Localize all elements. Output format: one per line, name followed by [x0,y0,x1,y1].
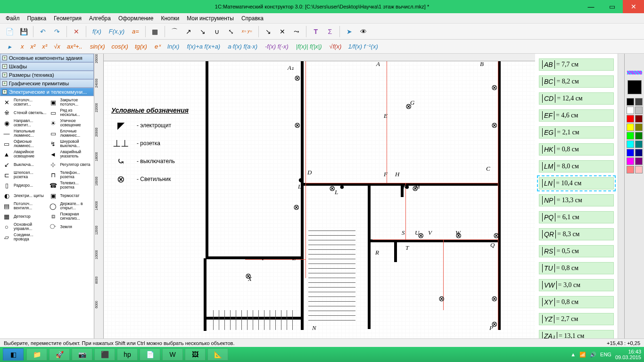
taskbar-app[interactable]: 📄 [140,348,160,361]
taskbar-app[interactable]: 📷 [72,348,92,361]
color-swatch[interactable] [627,157,634,165]
color-swatch[interactable] [627,123,634,131]
color-swatch[interactable] [635,98,643,106]
tool-item[interactable]: ▦Детектор [1,212,47,221]
color-swatch[interactable] [627,98,634,106]
color-swatch[interactable] [635,149,643,156]
tool-item[interactable]: ▭Ряд из нескольк... [48,108,93,117]
cat-dimensions[interactable]: +Размеры (техника) [0,71,94,79]
parab-button[interactable]: ∪ [210,25,223,38]
f-neg[interactable]: -f(x) f(-x) [262,42,291,51]
taskbar-app[interactable]: ⬛ [94,348,115,361]
tool-item[interactable]: ☎Телевиз... розетка [48,181,93,189]
f-ax3[interactable]: ax³+.. [64,42,85,51]
tool-item[interactable]: —Напольные люминес... [1,129,47,138]
color-swatch[interactable] [627,115,634,123]
cat-building[interactable]: +Основные компоненты здания [0,54,94,62]
color-swatch[interactable] [635,115,643,123]
tray-icon[interactable]: 🔊 [590,352,596,358]
measurement[interactable]: CD = 12,4 см [539,92,614,105]
tool-item[interactable]: ☀Уличное освещение [48,119,93,127]
a-eq-button[interactable]: a= [129,25,142,38]
taskbar-app[interactable]: 📐 [207,348,228,361]
menu-file[interactable]: Файл [2,14,24,23]
tool-item[interactable]: ○Основной управля... [1,222,47,231]
tool-item[interactable]: ◄Аварийный указатель [48,150,93,158]
tool-item[interactable] [48,233,93,241]
color-swatch[interactable] [635,140,643,148]
tool-item[interactable]: ↙Выключа... [1,160,47,169]
f-cos[interactable]: cos(x) [108,42,131,51]
tool-item[interactable]: ⊓Телефон... розетка [48,171,93,179]
undo-button[interactable]: ↶ [36,25,50,38]
measurement[interactable]: LM = 8,0 см [539,160,614,173]
clock[interactable]: 16:43 09.03.2015 [615,349,641,360]
menu-geometry[interactable]: Геометрия [50,14,85,23]
f-ex[interactable]: eˣ [152,42,164,51]
tool-item[interactable]: ▱Соедини... провода [1,233,47,241]
tool-item[interactable]: ◉Направл... осветит... [1,119,47,127]
curve3-button[interactable]: ↘ [196,25,209,38]
f-plus[interactable]: f(x)+a f(x+a) [184,42,223,51]
eye-button[interactable]: 👁 [357,25,370,38]
curve1-button[interactable]: ⌒ [168,25,181,38]
tool-item[interactable]: ⊏Штепсел... розетка [1,171,47,179]
measurement[interactable]: BC = 8,2 см [539,75,614,88]
current-color[interactable] [627,80,642,94]
axes-button[interactable]: ⤡ [224,25,238,38]
color-swatch[interactable] [627,107,634,114]
grid-button[interactable]: ▦ [149,25,162,38]
start-button[interactable]: ◧ [3,348,24,361]
measurement[interactable]: VW = 3,0 см [539,279,614,291]
pointer-button[interactable]: ▸ [3,40,16,53]
close-button[interactable]: ✕ [623,0,644,13]
minimize-button[interactable]: — [580,0,602,13]
tool-item[interactable]: ▲Аварийное освещение [1,150,47,158]
tool-item[interactable]: ✕Потолоч... осветит... [1,98,47,107]
menu-algebra[interactable]: Алгебра [85,14,115,23]
tool-item[interactable]: ▭Блочные люминес... [48,129,93,138]
f-af[interactable]: a·f(x) f(a·x) [225,42,260,51]
f-x[interactable]: x [18,42,27,51]
dashed-button[interactable]: ⤳ [290,25,303,38]
menu-buttons[interactable]: Кнопки [157,14,183,23]
menu-edit[interactable]: Правка [24,14,50,23]
fxy-button[interactable]: F(x,y) [106,25,128,38]
cat-electrical[interactable]: +Электрические и телекоммуни... [0,88,94,96]
measurement[interactable]: LN = 10,4 см [539,177,614,189]
curve2-button[interactable]: ↗ [182,25,195,38]
tool-item[interactable]: ↯Шнуровой выключа... [48,140,93,148]
tool-item[interactable]: ▯Радиоро... [1,181,47,189]
lang-indicator[interactable]: ENG [600,352,611,357]
color-swatch[interactable] [635,132,643,140]
maximize-button[interactable]: ▭ [602,0,623,13]
redo-button[interactable]: ↷ [50,25,64,38]
xy-button[interactable]: x= y= [239,25,256,38]
line1-button[interactable]: ↘ [262,25,275,38]
measurement[interactable]: PQ = 6,1 см [539,211,614,223]
menu-format[interactable]: Оформление [115,14,157,23]
menu-help[interactable]: Справка [238,14,267,23]
color-swatch[interactable] [627,140,634,148]
tool-item[interactable]: ▣Термостат [48,191,93,200]
new-button[interactable]: 📄 [3,25,16,38]
menu-mytools[interactable]: Мои инструменты [183,14,238,23]
measurement[interactable]: YZ = 2,7 см [539,313,614,325]
line2-button[interactable]: ✕ [276,25,289,38]
taskbar-app[interactable]: 🚀 [49,348,70,361]
color-swatch[interactable] [635,157,643,165]
sigma-button[interactable]: Σ [323,25,337,38]
color-swatch[interactable] [635,123,643,131]
tool-item[interactable]: ※Стеной светиль... [1,108,47,117]
measurement[interactable]: EG = 2,1 см [539,126,614,139]
measurement[interactable]: RS = 0,5 см [539,245,614,257]
taskbar-app[interactable]: 📁 [26,348,47,361]
measurement[interactable]: XY = 0,8 см [539,296,614,308]
tool-item[interactable]: ▣Закрытое потолоч... [48,98,93,107]
f-abs[interactable]: |f(x)| f(|x|) [293,42,325,51]
taskbar-app[interactable]: W [162,348,183,361]
taskbar-app[interactable]: hp [117,348,138,361]
tool-item[interactable]: ▤Потолоч... вентиля... [1,202,47,210]
color-swatch[interactable] [627,132,634,140]
scrollbar-v[interactable] [618,54,624,338]
